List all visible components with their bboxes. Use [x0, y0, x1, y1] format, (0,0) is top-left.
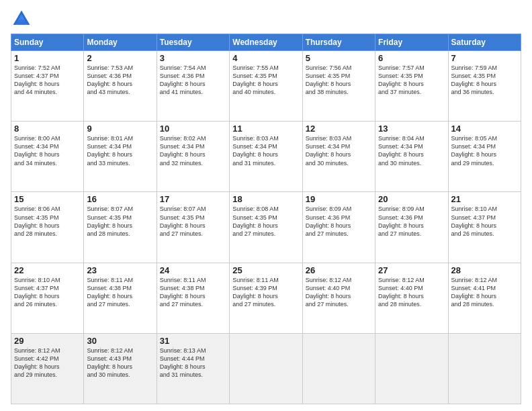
- calendar-week-4: 22 Sunrise: 8:10 AM Sunset: 4:37 PM Dayl…: [11, 263, 521, 333]
- cell-info: Sunrise: 7:52 AM Sunset: 4:37 PM Dayligh…: [14, 64, 81, 97]
- cell-info: Sunrise: 8:10 AM Sunset: 4:37 PM Dayligh…: [451, 205, 518, 238]
- calendar-cell: 27 Sunrise: 8:12 AM Sunset: 4:40 PM Dayl…: [375, 263, 448, 333]
- cell-info: Sunrise: 8:02 AM Sunset: 4:34 PM Dayligh…: [160, 134, 226, 167]
- day-number: 21: [451, 194, 518, 204]
- cell-info: Sunrise: 8:04 AM Sunset: 4:34 PM Dayligh…: [378, 134, 445, 167]
- calendar-cell: 4 Sunrise: 7:55 AM Sunset: 4:35 PM Dayli…: [230, 51, 302, 122]
- calendar-cell: [448, 333, 521, 404]
- cell-info: Sunrise: 8:00 AM Sunset: 4:34 PM Dayligh…: [14, 134, 81, 167]
- day-number: 13: [378, 124, 445, 134]
- calendar-cell: 15 Sunrise: 8:06 AM Sunset: 4:35 PM Dayl…: [11, 192, 84, 263]
- day-of-week-thursday: Thursday: [302, 34, 375, 51]
- calendar-table: SundayMondayTuesdayWednesdayThursdayFrid…: [11, 34, 521, 404]
- cell-info: Sunrise: 8:05 AM Sunset: 4:34 PM Dayligh…: [451, 134, 518, 167]
- day-number: 7: [451, 53, 518, 63]
- header: [11, 8, 521, 30]
- calendar-cell: 8 Sunrise: 8:00 AM Sunset: 4:34 PM Dayli…: [11, 122, 84, 192]
- calendar-cell: 14 Sunrise: 8:05 AM Sunset: 4:34 PM Dayl…: [448, 122, 521, 192]
- calendar-cell: 31 Sunrise: 8:13 AM Sunset: 4:44 PM Dayl…: [157, 333, 229, 404]
- day-number: 29: [14, 336, 81, 346]
- day-number: 9: [87, 124, 153, 134]
- calendar-cell: 20 Sunrise: 8:09 AM Sunset: 4:36 PM Dayl…: [375, 192, 448, 263]
- day-number: 6: [378, 53, 445, 63]
- calendar-cell: 13 Sunrise: 8:04 AM Sunset: 4:34 PM Dayl…: [375, 122, 448, 192]
- day-number: 15: [14, 194, 81, 204]
- cell-info: Sunrise: 8:06 AM Sunset: 4:35 PM Dayligh…: [14, 205, 81, 238]
- day-number: 17: [160, 194, 226, 204]
- calendar-cell: 19 Sunrise: 8:09 AM Sunset: 4:36 PM Dayl…: [302, 192, 375, 263]
- page: SundayMondayTuesdayWednesdayThursdayFrid…: [0, 0, 532, 411]
- day-number: 4: [232, 53, 299, 63]
- day-number: 10: [160, 124, 226, 134]
- cell-info: Sunrise: 8:11 AM Sunset: 4:39 PM Dayligh…: [232, 276, 299, 309]
- day-number: 30: [87, 336, 153, 346]
- calendar-cell: 1 Sunrise: 7:52 AM Sunset: 4:37 PM Dayli…: [11, 51, 84, 122]
- day-number: 12: [306, 124, 372, 134]
- calendar-cell: 16 Sunrise: 8:07 AM Sunset: 4:35 PM Dayl…: [84, 192, 157, 263]
- day-number: 24: [160, 265, 226, 275]
- day-number: 8: [14, 124, 81, 134]
- calendar-cell: 3 Sunrise: 7:54 AM Sunset: 4:36 PM Dayli…: [157, 51, 229, 122]
- day-of-week-wednesday: Wednesday: [230, 34, 302, 51]
- cell-info: Sunrise: 8:12 AM Sunset: 4:43 PM Dayligh…: [87, 347, 153, 379]
- cell-info: Sunrise: 8:01 AM Sunset: 4:34 PM Dayligh…: [87, 134, 153, 167]
- cell-info: Sunrise: 8:08 AM Sunset: 4:35 PM Dayligh…: [232, 205, 299, 238]
- day-number: 27: [378, 265, 445, 275]
- cell-info: Sunrise: 7:54 AM Sunset: 4:36 PM Dayligh…: [160, 64, 226, 97]
- cell-info: Sunrise: 8:12 AM Sunset: 4:40 PM Dayligh…: [378, 276, 445, 309]
- calendar-cell: 22 Sunrise: 8:10 AM Sunset: 4:37 PM Dayl…: [11, 263, 84, 333]
- cell-info: Sunrise: 7:59 AM Sunset: 4:35 PM Dayligh…: [451, 64, 518, 97]
- calendar-body: 1 Sunrise: 7:52 AM Sunset: 4:37 PM Dayli…: [11, 51, 521, 404]
- day-number: 20: [378, 194, 445, 204]
- cell-info: Sunrise: 8:11 AM Sunset: 4:38 PM Dayligh…: [87, 276, 153, 309]
- cell-info: Sunrise: 8:07 AM Sunset: 4:35 PM Dayligh…: [87, 205, 153, 238]
- day-of-week-saturday: Saturday: [448, 34, 521, 51]
- calendar-cell: [375, 333, 448, 404]
- calendar-cell: 30 Sunrise: 8:12 AM Sunset: 4:43 PM Dayl…: [84, 333, 157, 404]
- calendar-cell: 26 Sunrise: 8:12 AM Sunset: 4:40 PM Dayl…: [302, 263, 375, 333]
- logo: [11, 8, 35, 30]
- logo-icon: [11, 8, 32, 30]
- day-number: 22: [14, 265, 81, 275]
- calendar-cell: 7 Sunrise: 7:59 AM Sunset: 4:35 PM Dayli…: [448, 51, 521, 122]
- calendar-cell: 18 Sunrise: 8:08 AM Sunset: 4:35 PM Dayl…: [230, 192, 302, 263]
- day-number: 16: [87, 194, 153, 204]
- calendar-week-5: 29 Sunrise: 8:12 AM Sunset: 4:42 PM Dayl…: [11, 333, 521, 404]
- day-number: 31: [160, 336, 226, 346]
- day-number: 18: [232, 194, 299, 204]
- day-number: 11: [232, 124, 299, 134]
- day-of-week-tuesday: Tuesday: [157, 34, 229, 51]
- day-number: 5: [306, 53, 372, 63]
- calendar-week-3: 15 Sunrise: 8:06 AM Sunset: 4:35 PM Dayl…: [11, 192, 521, 263]
- day-of-week-friday: Friday: [375, 34, 448, 51]
- calendar-cell: 29 Sunrise: 8:12 AM Sunset: 4:42 PM Dayl…: [11, 333, 84, 404]
- calendar-cell: 23 Sunrise: 8:11 AM Sunset: 4:38 PM Dayl…: [84, 263, 157, 333]
- cell-info: Sunrise: 7:56 AM Sunset: 4:35 PM Dayligh…: [306, 64, 372, 97]
- calendar-cell: 21 Sunrise: 8:10 AM Sunset: 4:37 PM Dayl…: [448, 192, 521, 263]
- cell-info: Sunrise: 8:09 AM Sunset: 4:36 PM Dayligh…: [378, 205, 445, 238]
- calendar-header: SundayMondayTuesdayWednesdayThursdayFrid…: [11, 34, 521, 51]
- calendar-cell: 2 Sunrise: 7:53 AM Sunset: 4:36 PM Dayli…: [84, 51, 157, 122]
- cell-info: Sunrise: 8:13 AM Sunset: 4:44 PM Dayligh…: [160, 347, 226, 379]
- calendar-cell: 17 Sunrise: 8:07 AM Sunset: 4:35 PM Dayl…: [157, 192, 229, 263]
- day-number: 26: [306, 265, 372, 275]
- calendar-cell: 28 Sunrise: 8:12 AM Sunset: 4:41 PM Dayl…: [448, 263, 521, 333]
- calendar-cell: 10 Sunrise: 8:02 AM Sunset: 4:34 PM Dayl…: [157, 122, 229, 192]
- svg-rect-2: [17, 20, 26, 25]
- calendar-cell: 25 Sunrise: 8:11 AM Sunset: 4:39 PM Dayl…: [230, 263, 302, 333]
- cell-info: Sunrise: 8:10 AM Sunset: 4:37 PM Dayligh…: [14, 276, 81, 309]
- cell-info: Sunrise: 8:11 AM Sunset: 4:38 PM Dayligh…: [160, 276, 226, 309]
- day-number: 14: [451, 124, 518, 134]
- calendar-cell: [302, 333, 375, 404]
- calendar-cell: 5 Sunrise: 7:56 AM Sunset: 4:35 PM Dayli…: [302, 51, 375, 122]
- cell-info: Sunrise: 8:09 AM Sunset: 4:36 PM Dayligh…: [306, 205, 372, 238]
- cell-info: Sunrise: 7:55 AM Sunset: 4:35 PM Dayligh…: [232, 64, 299, 97]
- day-of-week-monday: Monday: [84, 34, 157, 51]
- calendar-week-2: 8 Sunrise: 8:00 AM Sunset: 4:34 PM Dayli…: [11, 122, 521, 192]
- day-number: 3: [160, 53, 226, 63]
- cell-info: Sunrise: 8:12 AM Sunset: 4:41 PM Dayligh…: [451, 276, 518, 309]
- calendar-cell: 12 Sunrise: 8:03 AM Sunset: 4:34 PM Dayl…: [302, 122, 375, 192]
- calendar-cell: 11 Sunrise: 8:03 AM Sunset: 4:34 PM Dayl…: [230, 122, 302, 192]
- cell-info: Sunrise: 7:57 AM Sunset: 4:35 PM Dayligh…: [378, 64, 445, 97]
- cell-info: Sunrise: 8:07 AM Sunset: 4:35 PM Dayligh…: [160, 205, 226, 238]
